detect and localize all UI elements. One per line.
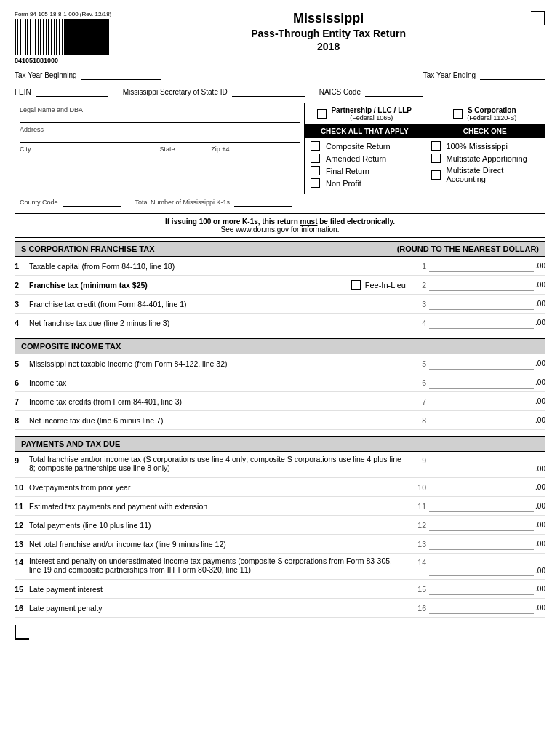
line-10-desc: Overpayments from prior year (29, 483, 412, 492)
address-input[interactable] (20, 133, 300, 143)
composite-return-checkbox[interactable] (311, 141, 320, 151)
multistate-direct-checkbox[interactable] (431, 170, 441, 180)
line-8-tag: 8 (412, 416, 426, 425)
line-14-row: 14 Interest and penalty on underestimate… (15, 554, 545, 580)
state-label: State (160, 146, 204, 153)
corner-mark (531, 11, 545, 25)
composite-return-label: Composite Return (326, 142, 391, 151)
tax-year-ending-input[interactable] (480, 70, 545, 80)
line-15-desc: Late payment interest (29, 585, 412, 594)
line-10-input-line (429, 482, 534, 493)
composite-section-header: COMPOSITE INCOME TAX (15, 338, 545, 354)
line-5-desc: Mississippi net taxable income (from For… (29, 359, 412, 368)
line-11-row: 11 Estimated tax payments and payment wi… (15, 497, 545, 516)
city-label: City (20, 146, 153, 153)
line-9-desc: Total franchise and/or income tax (S cor… (29, 455, 412, 472)
check-one-header: CHECK ONE (425, 125, 545, 138)
tax-year-ending-group: Tax Year Ending (423, 70, 545, 80)
line-7-amount: .00 (429, 396, 545, 407)
s-corp-section-title: S CORPORATION FRANCHISE TAX (21, 244, 155, 253)
barcode-image (15, 19, 109, 55)
ms-secretary-input[interactable] (232, 87, 305, 97)
line-1-amount: .00 (429, 260, 545, 272)
line-9-row: 9 Total franchise and/or income tax (S c… (15, 452, 545, 478)
county-input[interactable] (63, 197, 121, 207)
line-9-amount: .00 (429, 463, 545, 474)
line-10-row: 10 Overpayments from prior year 10 .00 (15, 478, 545, 497)
line-14-number: 14 (15, 557, 29, 567)
line-3-amount: .00 (429, 298, 545, 310)
naics-input[interactable] (365, 87, 423, 97)
line-10-amount: .00 (429, 482, 545, 493)
partnership-label: Partnership / LLC / LLP (331, 106, 412, 114)
line-15-input-line (429, 583, 534, 595)
line-4-tag: 4 (412, 319, 426, 327)
line-14-amount: .00 (429, 565, 545, 576)
line-3-row: 3 Franchise tax credit (from Form 84-401… (15, 295, 545, 314)
line-16-number: 16 (15, 604, 29, 613)
line-16-row: 16 Late payment penalty 16 .00 (15, 599, 545, 618)
tax-year-beginning-label: Tax Year Beginning (15, 71, 77, 79)
non-profit-checkbox[interactable] (311, 178, 320, 188)
zip-input[interactable] (211, 153, 300, 162)
s-corp-section-subtitle: (ROUND TO THE NEAREST DOLLAR) (397, 244, 539, 253)
fee-in-lieu-checkbox[interactable] (351, 280, 361, 290)
line-15-amount: .00 (429, 583, 545, 595)
line-6-tag: 6 (412, 378, 426, 387)
line-9-input-line (429, 463, 534, 474)
line-16-amount: .00 (429, 602, 545, 614)
multistate-direct-label: Multistate Direct Accounting (447, 166, 540, 183)
100pct-ms-checkbox[interactable] (431, 141, 441, 151)
partnership-checkbox[interactable] (317, 109, 327, 119)
multistate-apportion-label: Multistate Apportioning (447, 154, 527, 163)
warning-box: If issuing 100 or more K-1s, this return… (15, 213, 545, 238)
partnership-sub: (Federal 1065) (331, 114, 412, 121)
line-7-input-line (429, 396, 534, 407)
s-corp-label: S Corporation (467, 106, 516, 114)
state-input[interactable] (160, 153, 204, 162)
line-2-desc: Franchise tax (minimum tax $25) (29, 281, 351, 290)
final-return-checkbox[interactable] (311, 166, 320, 175)
tax-year-ending-label: Tax Year Ending (423, 71, 476, 79)
line-10-number: 10 (15, 483, 29, 492)
fein-input[interactable] (36, 87, 108, 97)
line-5-tag: 5 (412, 359, 426, 368)
line-16-desc: Late payment penalty (29, 604, 412, 613)
warning-text: If issuing 100 or more K-1s, this return… (165, 218, 395, 226)
k1s-input[interactable] (234, 197, 292, 207)
line-12-input-line (429, 519, 534, 531)
tax-year-beginning-group: Tax Year Beginning (15, 70, 161, 80)
fee-in-lieu-label: Fee-In-Lieu (365, 281, 406, 290)
ms-secretary-label: Mississippi Secretary of State ID (123, 88, 228, 96)
amended-return-checkbox[interactable] (311, 154, 320, 163)
payments-section-title: PAYMENTS AND TAX DUE (21, 439, 120, 448)
final-return-label: Final Return (326, 167, 369, 175)
line-13-tag: 13 (412, 540, 426, 549)
line-1-row: 1 Taxable capital (from Form 84-110, lin… (15, 257, 545, 276)
line-6-desc: Income tax (29, 378, 412, 387)
line-2-input-line (429, 279, 534, 291)
legal-name-input[interactable] (20, 113, 300, 123)
line-5-input-line (429, 358, 534, 370)
line-12-number: 12 (15, 521, 29, 530)
multistate-direct-row: Multistate Direct Accounting (431, 166, 540, 183)
s-corp-checkbox[interactable] (453, 109, 463, 119)
line-16-input-line (429, 602, 534, 614)
line-9-number: 9 (15, 455, 29, 465)
tax-year-beginning-input[interactable] (81, 70, 161, 80)
form-title3: 2018 (126, 41, 531, 52)
line-5-amount: .00 (429, 358, 545, 370)
legal-name-label: Legal Name and DBA (20, 106, 300, 113)
line-7-desc: Income tax credits (from Form 84-401, li… (29, 397, 412, 406)
multistate-apportion-checkbox[interactable] (431, 154, 441, 163)
tax-year-row: Tax Year Beginning Tax Year Ending (15, 70, 545, 83)
100pct-ms-label: 100% Mississippi (447, 142, 508, 151)
bottom-corner-mark (15, 625, 29, 640)
line-5-number: 5 (15, 359, 29, 368)
fein-row: FEIN Mississippi Secretary of State ID N… (15, 87, 545, 97)
line-7-row: 7 Income tax credits (from Form 84-401, … (15, 392, 545, 411)
line-4-amount: .00 (429, 317, 545, 329)
line-16-tag: 16 (412, 604, 426, 613)
city-input[interactable] (20, 153, 153, 162)
fein-label: FEIN (15, 88, 31, 96)
